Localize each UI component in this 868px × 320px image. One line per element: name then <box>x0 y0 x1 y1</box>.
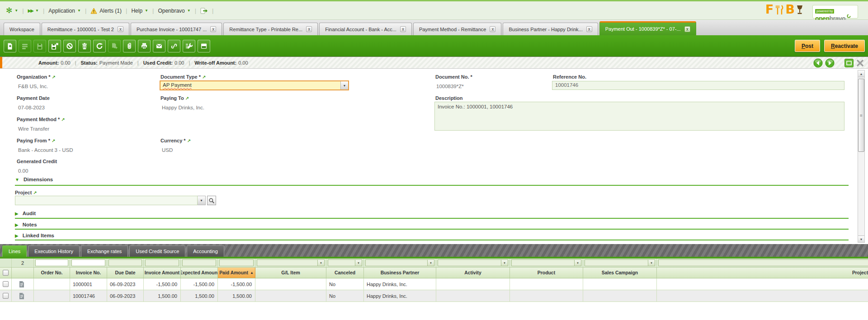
alerts-button[interactable]: Alerts (1) <box>90 8 122 14</box>
toggle-form-view-button[interactable] <box>198 40 210 52</box>
link-arrow-icon[interactable]: ↗ <box>187 138 191 143</box>
header-product[interactable]: Product <box>510 268 583 278</box>
header-due-date[interactable]: Due Date <box>107 268 144 278</box>
close-icon[interactable]: x <box>118 26 123 32</box>
close-icon[interactable]: x <box>210 26 216 32</box>
quick-launch-menu-button[interactable]: ▶▶ ▼ <box>28 8 39 13</box>
row-checkbox[interactable] <box>3 293 9 299</box>
post-button[interactable]: Post <box>795 40 820 52</box>
tab-business-partner[interactable]: Business Partner - Happy Drink...x <box>503 23 598 35</box>
export-button[interactable] <box>108 40 121 52</box>
header-order-no[interactable]: Order No. <box>34 268 70 278</box>
logout-button[interactable] <box>200 7 208 14</box>
tab-exchange-rates[interactable]: Exchange rates <box>81 245 128 257</box>
project-input[interactable] <box>15 196 198 205</box>
filter-input[interactable] <box>145 259 179 266</box>
tab-purchase-invoice[interactable]: Purchase Invoice - 10001747 ...x <box>131 23 222 35</box>
header-project[interactable]: Project <box>657 268 868 278</box>
previous-record-button[interactable] <box>813 58 823 68</box>
header-invoice-no[interactable]: Invoice No. <box>70 268 107 278</box>
grid-view-button[interactable] <box>19 40 31 52</box>
linked-items-button[interactable] <box>168 40 180 52</box>
chevron-down-icon[interactable]: ▼ <box>317 260 324 266</box>
section-linked-items[interactable]: ▶ Linked Items <box>15 233 54 238</box>
header-canceled[interactable]: Canceled <box>326 268 364 278</box>
close-icon[interactable]: x <box>684 26 690 32</box>
header-business-partner[interactable]: Business Partner <box>364 268 436 278</box>
chevron-down-icon[interactable]: ▼ <box>355 260 362 266</box>
select-all-checkbox[interactable] <box>3 270 9 276</box>
next-record-button[interactable] <box>825 58 835 68</box>
powered-by-openbravo-logo[interactable]: powered by openbravo. <box>812 5 858 19</box>
refresh-button[interactable] <box>93 40 106 52</box>
tab-workspace[interactable]: Workspace <box>4 23 40 35</box>
close-icon[interactable]: x <box>400 26 406 32</box>
save-button[interactable] <box>33 40 46 52</box>
tab-accounting[interactable]: Accounting <box>187 245 224 257</box>
description-textarea[interactable]: Invoice No.: 1000001, 10001746 <box>434 102 844 131</box>
project-search-button[interactable] <box>207 196 216 205</box>
close-icon[interactable]: x <box>586 26 592 32</box>
filter-combo[interactable]: ▼ <box>585 259 655 266</box>
print-button[interactable] <box>138 40 151 52</box>
tab-execution-history[interactable]: Execution History <box>28 245 80 257</box>
tab-financial-account[interactable]: Financial Account - Bank - Acc...x <box>319 23 412 35</box>
header-activity[interactable]: Activity <box>436 268 510 278</box>
link-arrow-icon[interactable]: ↗ <box>33 190 37 195</box>
email-button[interactable] <box>153 40 165 52</box>
reactivate-button[interactable]: Reactivate <box>824 40 865 52</box>
header-invoice-amount[interactable]: Invoice Amount <box>144 268 181 278</box>
filter-input[interactable] <box>182 259 216 266</box>
close-icon[interactable]: x <box>490 26 495 32</box>
filter-input[interactable] <box>35 259 68 266</box>
delete-button[interactable] <box>78 40 91 52</box>
tab-used-credit-source[interactable]: Used Credit Source <box>129 245 185 257</box>
filter-combo[interactable]: ▼ <box>365 259 434 266</box>
chevron-down-icon[interactable]: ▼ <box>501 260 508 266</box>
tab-lines[interactable]: Lines <box>2 245 27 257</box>
filter-input[interactable] <box>108 259 142 266</box>
section-audit[interactable]: ▶ Audit <box>15 211 36 216</box>
attachments-button[interactable] <box>123 40 136 52</box>
openbravo-menu-button[interactable]: Openbravo ▼ <box>158 8 190 14</box>
chevron-down-icon[interactable]: ▼ <box>427 260 434 266</box>
scrollbar-thumb[interactable]: ≡ <box>858 79 864 152</box>
save-and-close-button[interactable] <box>48 40 61 52</box>
section-dimensions[interactable]: ▼ Dimensions <box>15 177 53 182</box>
header-expected-amount[interactable]: Expected Amount <box>181 268 218 278</box>
scroll-up-button[interactable]: ▲ <box>858 71 864 77</box>
chevron-down-icon[interactable]: ▼ <box>574 260 581 266</box>
filter-combo[interactable]: ▼ <box>438 259 508 266</box>
header-sales-campaign[interactable]: Sales Campaign <box>583 268 657 278</box>
link-arrow-icon[interactable]: ↗ <box>52 138 55 143</box>
chevron-down-icon[interactable]: ▼ <box>198 196 206 205</box>
workspace-menu-button[interactable]: ✻ ▼ <box>6 7 18 14</box>
filter-input[interactable] <box>219 259 254 266</box>
chevron-down-icon[interactable]: ▼ <box>648 260 655 266</box>
maximize-view-button[interactable] <box>844 59 854 67</box>
table-row[interactable]: 1000001 06-09-2023 -1,500.00 -1,500.00 -… <box>0 278 868 290</box>
link-arrow-icon[interactable]: ↗ <box>52 75 56 80</box>
new-record-button[interactable] <box>4 40 16 52</box>
table-row[interactable]: 10001746 06-09-2023 1,500.00 1,500.00 1,… <box>0 290 868 302</box>
filter-combo[interactable]: ▼ <box>257 259 325 266</box>
reference-no-input[interactable]: 10001746 <box>552 81 844 90</box>
tools-button[interactable] <box>183 40 195 52</box>
application-menu-button[interactable]: Application ▼ <box>48 8 81 14</box>
filter-combo[interactable]: ▼ <box>328 259 362 266</box>
document-icon[interactable] <box>19 281 24 287</box>
link-arrow-icon[interactable]: ↗ <box>185 96 189 101</box>
tab-remittance-type[interactable]: Remittance Type - Printable Re...x <box>223 23 318 35</box>
document-type-input[interactable]: AP Payment ▼ <box>160 80 349 90</box>
row-checkbox[interactable] <box>3 281 9 287</box>
help-menu-button[interactable]: Help ▼ <box>131 8 148 14</box>
form-scrollbar[interactable]: ▲ ≡ ▼ <box>858 70 865 243</box>
filter-input[interactable] <box>71 259 105 266</box>
header-gl-item[interactable]: G/L Item <box>255 268 326 278</box>
undo-discard-button[interactable] <box>63 40 76 52</box>
section-notes[interactable]: ▶ Notes <box>15 222 37 227</box>
filter-combo[interactable]: ▼ <box>511 259 581 266</box>
link-arrow-icon[interactable]: ↗ <box>61 117 65 122</box>
filter-input[interactable] <box>658 259 868 266</box>
tab-payment-out-active[interactable]: Payment Out - 1000839*Z* - 07-...x <box>599 21 696 35</box>
